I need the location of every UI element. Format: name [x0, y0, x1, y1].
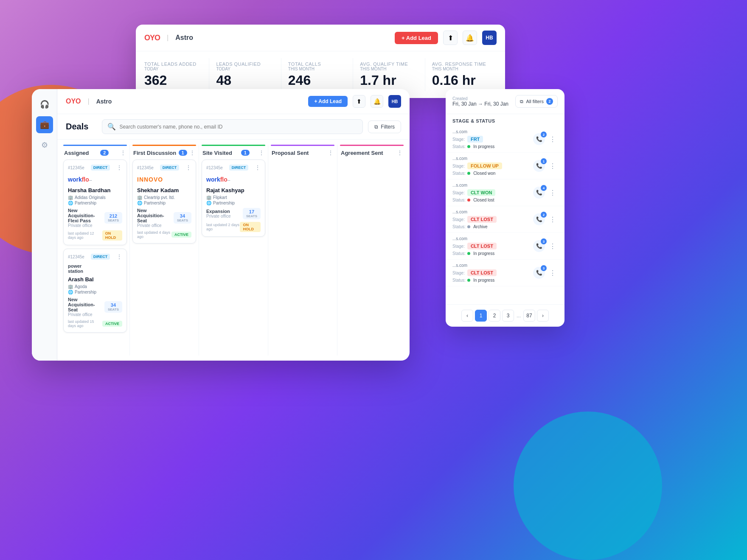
card-menu-rajat[interactable]: ⋮ [255, 164, 261, 171]
search-icon: 🔍 [107, 123, 116, 131]
fp-call-btn-6[interactable]: 📞3 [533, 267, 545, 279]
col-bar-site-visited [202, 145, 265, 146]
page-1-btn[interactable]: 1 [475, 310, 487, 322]
stats-upload-icon[interactable]: ⬆ [443, 31, 458, 45]
card-type-arash: 🌐 Partnership [68, 290, 122, 294]
card-menu-harsha[interactable]: ⋮ [116, 164, 122, 171]
fp-stage-3: CLT WON [467, 189, 496, 196]
col-header-site-visited: Site Visited 1 ⋮ [202, 149, 265, 156]
fp-company-3: ...s.com [452, 183, 495, 188]
col-header-agreement: Agreement Sent ⋮ [340, 149, 404, 156]
fp-call-btn-3[interactable]: 📞4 [533, 187, 545, 199]
deal-card-rajat[interactable]: #12345e DIRECT ⋮ work flo ... Rajat Kash… [202, 160, 265, 237]
stats-add-lead-button[interactable]: + Add Lead [395, 32, 438, 44]
kanban-col-first-discussion: First Discussion 1 ⋮ #12345e DIRECT ⋮ IN… [130, 145, 199, 356]
page-last-btn[interactable]: 87 [523, 310, 535, 322]
col-menu-agreement[interactable]: ⋮ [397, 149, 403, 156]
filter-panel: Created Fri, 30 Jan → Fri, 30 Jan ⧉ All … [446, 89, 564, 327]
col-menu-first-discussion[interactable]: ⋮ [189, 149, 195, 156]
page-next-btn[interactable]: › [537, 310, 549, 322]
fp-more-4[interactable]: ⋮ [548, 216, 558, 224]
sidebar-item-filters[interactable]: ⚙ [36, 137, 53, 154]
col-menu-assigned[interactable]: ⋮ [120, 149, 126, 156]
kanban-col-proposal: Proposal Sent ⋮ [268, 145, 337, 356]
pagination: ‹ 1 2 3 ... 87 › [446, 304, 564, 327]
sidebar-item-headset[interactable]: 🎧 [36, 96, 53, 113]
fp-call-btn-2[interactable]: 📞1 [533, 160, 545, 172]
fp-call-btn-4[interactable]: 📞2 [533, 213, 545, 225]
page-3-btn[interactable]: 3 [502, 310, 514, 322]
badge-direct-rajat: DIRECT [229, 165, 249, 171]
fp-row-2: ...s.com Stage: FOLLOW UP Status: Closed… [446, 153, 564, 179]
card-type-harsha: 🌐 Partnership [68, 201, 122, 205]
building-icon-4: 🏢 [206, 195, 211, 200]
page-dots: ... [516, 313, 522, 319]
globe-icon-2: 🌐 [68, 290, 73, 294]
deal-card-arash[interactable]: #12345e DIRECT ⋮ powerstation Arash Bal … [63, 249, 127, 333]
kanban-col-assigned: Assigned 2 ⋮ #12345e DIRECT ⋮ w [61, 145, 130, 356]
fp-company-2: ...s.com [452, 156, 502, 161]
card-logo-harsha: work flo ... [68, 174, 122, 185]
fp-status-3: Closed lost [473, 198, 494, 202]
card-name-rajat: Rajat Kashyap [206, 187, 261, 193]
main-content: OYO | Astro + Add Lead ⬆ 🔔 HB Deals 🔍 ⧉ … [57, 89, 410, 361]
fp-more-5[interactable]: ⋮ [548, 242, 558, 250]
main-astro-text: Astro [96, 98, 112, 105]
fp-company-1: ...s.com [452, 129, 494, 134]
search-box[interactable]: 🔍 [102, 119, 363, 134]
main-upload-icon[interactable]: ⬆ [353, 95, 365, 108]
deal-type-rajat: Private office [206, 214, 231, 218]
deal-name-rajat: Expansion [206, 209, 231, 214]
deal-card-harsha[interactable]: #12345e DIRECT ⋮ work flo ... Harsha Bar… [63, 160, 127, 245]
fp-company-6: ...s.com [452, 263, 497, 268]
stat-total-leads-value: 362 [144, 73, 202, 88]
fp-status-dot-3 [467, 199, 470, 202]
col-menu-site-visited[interactable]: ⋮ [258, 149, 264, 156]
bg-blob-cyan [514, 412, 662, 560]
col-title-proposal: Proposal Sent [272, 150, 309, 156]
filter-label: Filters [381, 124, 395, 130]
fp-call-btn-1[interactable]: 📞2 [533, 133, 545, 145]
col-header-first-discussion: First Discussion 1 ⋮ [132, 149, 196, 156]
building-icon-2: 🏢 [68, 284, 73, 289]
fp-call-btn-5[interactable]: 📞3 [533, 240, 545, 252]
sidebar-item-deals[interactable]: 💼 [36, 116, 53, 133]
fp-more-1[interactable]: ⋮ [548, 135, 558, 143]
all-filters-label: All filters [526, 99, 544, 104]
all-filters-button[interactable]: ⧉ All filters 2 [515, 95, 558, 108]
main-add-lead-button[interactable]: + Add Lead [308, 96, 348, 107]
main-window-header: OYO | Astro + Add Lead ⬆ 🔔 HB [57, 89, 410, 114]
last-updated-shekhar: last updated 4 days ago [137, 230, 171, 239]
col-menu-proposal[interactable]: ⋮ [328, 149, 334, 156]
fp-more-2[interactable]: ⋮ [548, 162, 558, 170]
stat-avg-qualify-period: THIS MONTH [360, 67, 418, 71]
card-menu-arash[interactable]: ⋮ [116, 253, 122, 260]
stats-bell-icon[interactable]: 🔔 [463, 31, 477, 45]
building-icon: 🏢 [68, 195, 73, 200]
card-deal-rajat: Expansion Private office 17 SEATS [206, 208, 261, 219]
card-menu-shekhar[interactable]: ⋮ [185, 164, 191, 171]
filter-button[interactable]: ⧉ Filters [368, 120, 401, 133]
search-input[interactable] [119, 124, 357, 130]
card-footer-harsha: last updated 12 days ago ON HOLD [68, 230, 122, 241]
col-bar-first-discussion [132, 145, 196, 146]
stat-leads-qualified-period: TODAY [216, 67, 274, 71]
badge-direct-harsha: DIRECT [91, 165, 110, 171]
stat-total-calls-period: THIS MONTH [288, 67, 346, 71]
card-logo-shekhar: INNOVO [137, 174, 191, 185]
main-bell-icon[interactable]: 🔔 [371, 95, 383, 108]
fp-more-6[interactable]: ⋮ [548, 269, 558, 277]
card-id-rajat: #12345e [206, 165, 223, 170]
col-header-proposal: Proposal Sent ⋮ [271, 149, 334, 156]
globe-icon-4: 🌐 [206, 201, 211, 205]
kanban-col-site-visited: Site Visited 1 ⋮ #12345e DIRECT ⋮ work [199, 145, 268, 356]
page-2-btn[interactable]: 2 [489, 310, 500, 322]
last-updated-harsha: last updated 12 days ago [68, 231, 102, 240]
stat-avg-qualify: Avg. Qualify time THIS MONTH 1.7 hr [353, 58, 425, 91]
fp-row-3: ...s.com Stage: CLT WON Status: Closed l… [446, 179, 564, 206]
fp-more-3[interactable]: ⋮ [548, 189, 558, 197]
card-company-arash: 🏢 Agoda [68, 284, 122, 289]
filter-panel-header: Created Fri, 30 Jan → Fri, 30 Jan ⧉ All … [446, 89, 564, 114]
page-prev-btn[interactable]: ‹ [461, 310, 473, 322]
deal-card-shekhar[interactable]: #12345e DIRECT ⋮ INNOVO Shekhar Kadam 🏢 … [132, 160, 196, 244]
